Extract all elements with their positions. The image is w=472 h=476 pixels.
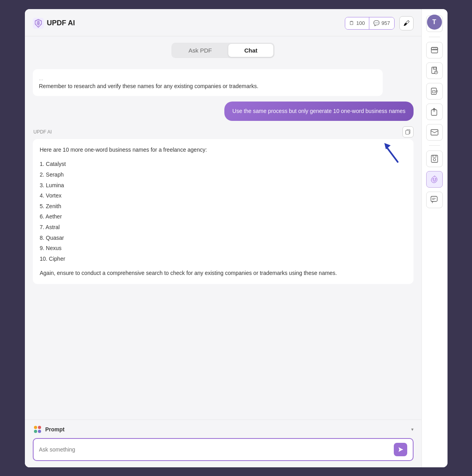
copy-button[interactable] [402, 126, 414, 137]
save-icon [431, 155, 438, 163]
protect-icon [431, 87, 438, 95]
ai-bubble: Here are 10 more one-word business names… [33, 139, 414, 284]
svg-rect-17 [431, 130, 438, 135]
svg-rect-15 [433, 91, 435, 93]
svg-point-22 [435, 178, 436, 179]
ai-label-row: UPDF AI [33, 126, 414, 137]
tabs-container: Ask PDF Chat [25, 36, 421, 63]
user-bubble: Use the same process but only generate 1… [224, 102, 413, 121]
svg-point-4 [38, 426, 41, 429]
svg-rect-20 [433, 155, 436, 157]
ai-list: 1. Catalyst 2. Seraph 3. Lumina 4. Vorte… [40, 159, 406, 264]
chat-input[interactable] [39, 446, 390, 453]
protect-btn[interactable] [426, 83, 443, 100]
prompt-dots-icon [33, 425, 42, 434]
messages-count: 957 [382, 20, 390, 26]
dropdown-arrow-icon[interactable]: ▾ [411, 427, 414, 432]
svg-text:OCR: OCR [433, 48, 437, 50]
svg-point-19 [433, 158, 436, 161]
copy-icon [405, 129, 411, 135]
prompt-header: Prompt ▾ [33, 425, 414, 434]
sidebar-sep-2 [429, 145, 440, 146]
system-partial-message: ... Remember to research and verify thes… [33, 69, 383, 96]
messages-icon: 💬 [373, 20, 380, 26]
svg-point-5 [34, 430, 37, 433]
svg-point-3 [34, 426, 37, 429]
tab-chat[interactable]: Chat [228, 44, 273, 57]
main-content: UPDF AI 🗒 100 💬 957 🖌 [25, 9, 421, 467]
avatar[interactable]: T [427, 15, 442, 30]
user-message-area: Use the same process but only generate 1… [33, 102, 414, 121]
svg-point-21 [433, 178, 434, 179]
user-bubble-text: Use the same process but only generate 1… [232, 108, 405, 114]
mail-icon [431, 129, 438, 135]
partial-text: Remember to research and verify these na… [39, 82, 377, 90]
extract-icon [431, 67, 438, 75]
send-icon [397, 446, 404, 453]
credits-badge: 🗒 100 💬 957 [345, 17, 394, 30]
chat-area[interactable]: ... Remember to research and verify thes… [25, 63, 421, 420]
ai-footer: Again, ensure to conduct a comprehensive… [40, 269, 406, 277]
svg-rect-23 [431, 196, 437, 201]
extract-btn[interactable] [426, 62, 443, 79]
mail-btn[interactable] [426, 124, 443, 141]
ai-icon [430, 175, 439, 184]
partial-fade: ... [39, 75, 377, 83]
header: UPDF AI 🗒 100 💬 957 🖌 [25, 9, 421, 36]
messages-right: 💬 957 [369, 17, 394, 29]
chat-sidebar-btn[interactable] [426, 192, 443, 208]
app-container: T UPDF AI 🗒 100 [25, 9, 448, 467]
logo-area: UPDF AI [33, 18, 75, 29]
brush-button[interactable]: 🖌 [399, 16, 414, 30]
save-btn[interactable] [426, 151, 443, 167]
ai-feature-btn[interactable] [426, 171, 443, 188]
ocr-icon: OCR [431, 46, 438, 54]
avatar-letter: T [433, 19, 436, 26]
updf-logo-icon [33, 18, 44, 29]
header-right: 🗒 100 💬 957 🖌 [345, 16, 413, 30]
prompt-label: Prompt [45, 426, 65, 433]
credits-left: 🗒 100 [345, 17, 369, 29]
ocr-btn[interactable]: OCR [426, 42, 443, 58]
ai-intro: Here are 10 more one-word business names… [40, 145, 406, 154]
credits-count: 100 [356, 20, 365, 26]
sidebar-sep-1 [429, 37, 440, 37]
svg-rect-14 [431, 88, 436, 94]
credits-icon: 🗒 [349, 20, 354, 26]
chat-icon [431, 196, 438, 204]
tab-ask-pdf[interactable]: Ask PDF [173, 44, 228, 57]
svg-point-6 [38, 430, 41, 433]
input-row [33, 438, 414, 461]
app-title: UPDF AI [47, 19, 75, 27]
right-sidebar: OCR [421, 9, 448, 467]
svg-rect-1 [406, 130, 409, 134]
ai-message-container: UPDF AI Here are [33, 126, 414, 284]
export-btn[interactable] [426, 103, 443, 120]
export-icon [431, 108, 438, 116]
send-button[interactable] [394, 443, 407, 456]
tabs-wrapper: Ask PDF Chat [171, 43, 275, 58]
ai-sender-label: UPDF AI [34, 129, 52, 135]
svg-rect-18 [431, 155, 438, 162]
bottom-area: Prompt ▾ [25, 420, 421, 467]
